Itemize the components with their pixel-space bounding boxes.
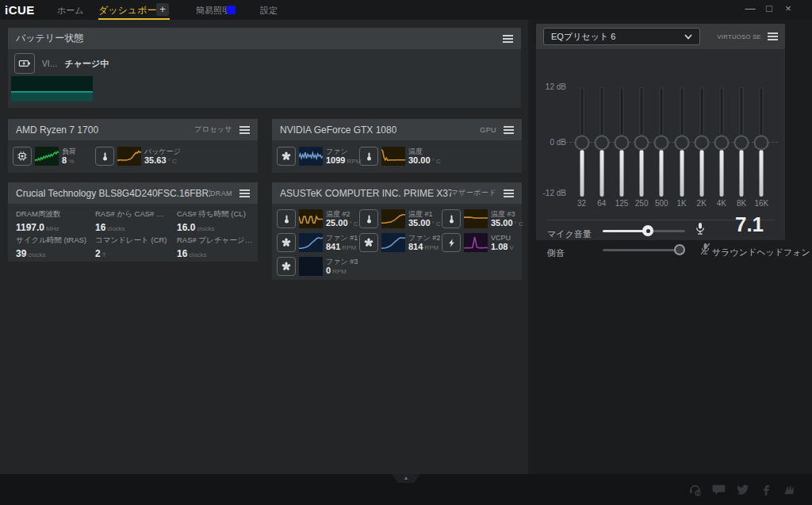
sensor-value: 35.00° C xyxy=(491,218,523,228)
eq-band-label: 1K xyxy=(672,199,691,208)
lighting-color-swatch[interactable] xyxy=(227,6,236,14)
slider-thumb[interactable] xyxy=(574,136,589,151)
drawer-pull-handle[interactable]: ▲ xyxy=(392,474,420,483)
eq-band-labels: 32641252505001K2K4K8K16K xyxy=(572,199,772,208)
sensor-gpu-temp: 温度 30.00° C xyxy=(359,147,442,166)
slider-track[interactable] xyxy=(603,249,685,251)
sensor-value: 30.00° C xyxy=(408,155,441,166)
eq-band-slider-32[interactable] xyxy=(572,87,592,197)
stat-value: 16.0clocks xyxy=(177,222,215,233)
eq-preset-dropdown[interactable]: EQプリセット 6 xyxy=(543,28,700,45)
slider-track-lower xyxy=(699,150,703,197)
motherboard-sensor: 温度 #135.00° C xyxy=(359,209,442,228)
support-24-icon[interactable]: 24 xyxy=(688,482,703,497)
sensor-sparkline xyxy=(381,209,405,228)
cpu-panel-title: AMD Ryzen 7 1700 xyxy=(16,124,98,136)
slider-thumb[interactable] xyxy=(694,136,709,151)
battery-panel: バッテリー状態 VI… チャージ中 xyxy=(8,28,521,108)
cpu-icon xyxy=(13,147,32,166)
sensor-value: 814RPM xyxy=(408,242,440,252)
bottom-bar: ▲ 24 xyxy=(0,474,812,505)
close-icon[interactable]: × xyxy=(782,2,795,14)
eq-band-label: 64 xyxy=(592,199,611,208)
facebook-icon[interactable] xyxy=(759,482,774,497)
sensor-value: 25.00° C xyxy=(326,218,358,228)
surround-value: 7.1 xyxy=(725,212,774,237)
db-label-zero: 0 dB xyxy=(536,138,566,147)
stat-value: 1197.0MHz xyxy=(16,222,59,233)
device-badge: VIRTUOSO SE xyxy=(717,33,761,40)
menu-icon[interactable] xyxy=(503,38,513,40)
slider-thumb[interactable] xyxy=(654,136,669,151)
mic-volume-slider[interactable] xyxy=(603,225,685,236)
slider-track-lower xyxy=(680,150,684,197)
eq-band-slider-64[interactable] xyxy=(592,87,611,197)
motherboard-sensor: 温度 #335.00° C xyxy=(442,209,524,228)
nav-settings[interactable]: 設定 xyxy=(260,5,278,17)
slider-thumb[interactable] xyxy=(714,136,729,151)
slider-track-lower xyxy=(619,150,623,197)
eq-band-slider-250[interactable] xyxy=(632,87,652,197)
gpu-panel-header: NVIDIA GeForce GTX 1080 GPU xyxy=(272,119,522,140)
nav-lighting[interactable]: 簡易照明 xyxy=(196,5,231,17)
dram-panel: Crucial Technology BLS8G4D240FSC.16FBR2 … xyxy=(8,182,258,262)
sensor-label: 温度 #2 xyxy=(326,210,358,218)
sensor-sparkline xyxy=(299,233,323,252)
slider-track-upper xyxy=(619,87,623,136)
sensor-sparkline xyxy=(381,233,405,252)
eq-band-slider-4K[interactable] xyxy=(711,87,731,197)
sensor-sparkline xyxy=(299,209,323,228)
add-dashboard-button[interactable]: + xyxy=(156,3,169,16)
eq-band-label: 16K xyxy=(752,199,772,208)
stat-label: サイクル時間 (tRAS) xyxy=(16,235,92,245)
menu-icon[interactable] xyxy=(239,193,250,194)
slider-thumb[interactable] xyxy=(754,136,769,151)
sensor-sparkline xyxy=(464,233,488,252)
nav-home[interactable]: ホーム xyxy=(57,5,84,17)
menu-icon[interactable] xyxy=(504,193,514,194)
motherboard-panel-type: マザーボード xyxy=(451,188,496,198)
battery-panel-title: バッテリー状態 xyxy=(16,32,83,45)
slider-thumb[interactable] xyxy=(734,136,749,151)
battery-device-label: VI… xyxy=(42,59,57,68)
title-bar: iCUE ホーム ダッシュボード + 簡易照明 設定 — □ × xyxy=(0,0,812,20)
menu-icon[interactable] xyxy=(768,36,778,37)
sensor-label: ファン #3 xyxy=(326,258,358,266)
eq-band-label: 125 xyxy=(611,199,631,208)
thermometer-icon xyxy=(442,209,461,228)
corsair-icon[interactable] xyxy=(783,482,798,497)
eq-band-slider-1K[interactable] xyxy=(672,87,691,197)
menu-icon[interactable] xyxy=(239,129,250,131)
eq-band-slider-125[interactable] xyxy=(611,87,631,197)
slider-thumb[interactable] xyxy=(674,244,685,255)
slider-thumb[interactable] xyxy=(614,136,629,151)
sensor-label: ファン #2 xyxy=(408,234,440,242)
svg-text:24: 24 xyxy=(695,491,700,495)
eq-band-slider-2K[interactable] xyxy=(691,87,711,197)
twitter-icon[interactable] xyxy=(735,482,750,497)
maximize-icon[interactable]: □ xyxy=(763,2,776,14)
menu-icon[interactable] xyxy=(504,129,514,131)
slider-track-lower xyxy=(580,150,584,197)
slider-thumb[interactable] xyxy=(674,136,689,151)
eq-band-slider-16K[interactable] xyxy=(752,87,772,197)
eq-band-slider-8K[interactable] xyxy=(732,87,752,197)
battery-panel-header: バッテリー状態 xyxy=(8,28,521,49)
slider-track-upper xyxy=(699,87,703,136)
cpu-temp-sparkline xyxy=(117,147,141,166)
mic-icon xyxy=(694,221,707,239)
slider-thumb[interactable] xyxy=(594,136,609,151)
minimize-icon[interactable]: — xyxy=(744,2,756,14)
forum-icon[interactable] xyxy=(711,482,726,497)
sidetone-slider[interactable] xyxy=(603,244,685,255)
slider-thumb[interactable] xyxy=(634,136,649,151)
slider-track-lower xyxy=(760,150,764,197)
eq-band-slider-500[interactable] xyxy=(652,87,672,197)
slider-thumb[interactable] xyxy=(642,225,653,236)
eq-band-label: 2K xyxy=(691,199,711,208)
fan-icon xyxy=(277,257,296,276)
slider-track-upper xyxy=(680,87,684,136)
app-logo: iCUE xyxy=(5,3,35,17)
slider-track-upper xyxy=(640,87,644,136)
sensor-value: 35.63° C xyxy=(144,155,178,166)
